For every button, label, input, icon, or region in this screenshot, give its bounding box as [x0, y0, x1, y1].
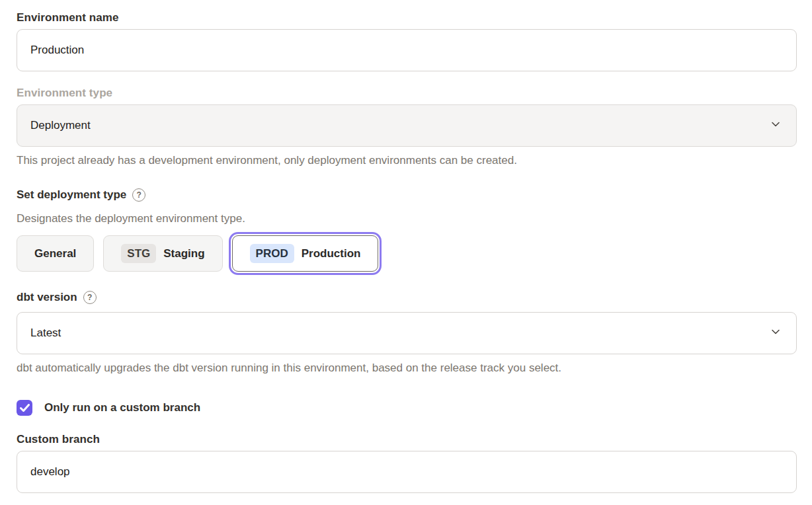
custom-branch-checkbox-label: Only run on a custom branch: [44, 401, 200, 414]
question-circle-icon[interactable]: ?: [132, 188, 145, 202]
staging-badge: STG: [121, 244, 156, 263]
dbt-version-select[interactable]: Latest: [17, 312, 797, 354]
deployment-type-option-staging[interactable]: STG Staging: [103, 235, 222, 272]
chevron-down-icon: [770, 118, 782, 134]
environment-type-helper: This project already has a development e…: [17, 153, 797, 168]
environment-settings-form: Environment name Environment type Deploy…: [0, 0, 812, 505]
question-circle-icon[interactable]: ?: [83, 291, 97, 304]
environment-type-value: Deployment: [30, 119, 91, 132]
custom-branch-checkbox-row: Only run on a custom branch: [17, 400, 797, 416]
deployment-type-heading: Set deployment type: [17, 188, 126, 202]
option-label: Staging: [163, 247, 204, 260]
environment-name-label: Environment name: [17, 11, 797, 24]
option-label: General: [34, 247, 76, 260]
chevron-down-icon: [770, 326, 782, 341]
environment-type-label: Environment type: [17, 86, 797, 100]
deployment-type-option-general[interactable]: General: [17, 235, 94, 272]
dbt-version-value: Latest: [30, 327, 61, 340]
deployment-type-options: General STG Staging PROD Production: [17, 235, 797, 272]
dbt-version-label: dbt version: [17, 291, 77, 304]
option-label: Production: [302, 247, 361, 260]
environment-type-select: Deployment: [17, 104, 797, 147]
deployment-type-description: Designates the deployment environment ty…: [17, 212, 797, 225]
custom-branch-input[interactable]: [17, 451, 797, 493]
dbt-version-helper: dbt automatically upgrades the dbt versi…: [17, 361, 797, 375]
environment-name-input[interactable]: [17, 29, 797, 71]
custom-branch-checkbox[interactable]: [17, 400, 32, 416]
deployment-type-option-production[interactable]: PROD Production: [232, 235, 379, 272]
prod-badge: PROD: [250, 244, 294, 263]
checkmark-icon: [20, 404, 30, 412]
custom-branch-label: Custom branch: [17, 432, 797, 446]
